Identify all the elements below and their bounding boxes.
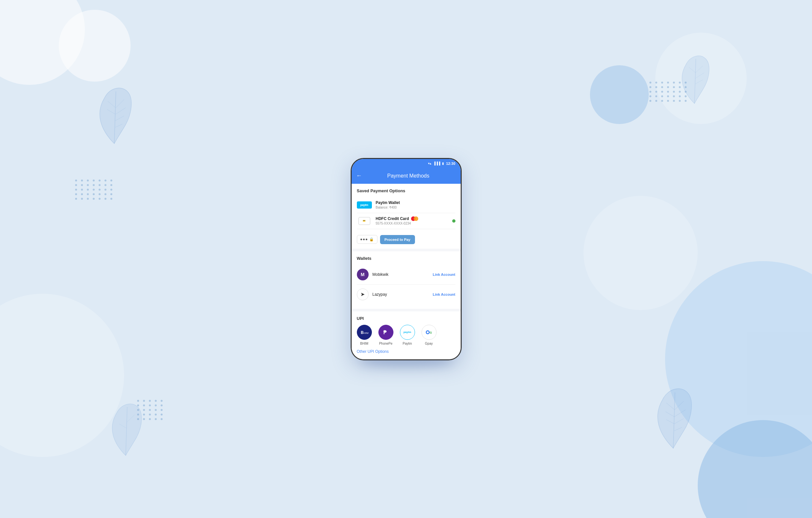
upi-section: UPI B HIM BHIM (352, 311, 461, 358)
cvv-input-field[interactable]: 🔒 (357, 235, 377, 244)
page-title: Payment Methods (367, 173, 450, 179)
wallets-section-title: Wallets (357, 256, 456, 261)
phonepe-label: PhonePe (379, 342, 393, 345)
phone-content: Saved Payment Options paytm Paytm Wallet… (352, 184, 461, 359)
hdfc-card-detail: 5575-XXXX-XXXX-0234 (376, 222, 448, 225)
paytm-wallet-item[interactable]: paytm Paytm Wallet Balance: ₹400 (357, 197, 456, 213)
signal-icon: ▐▐▐ (433, 161, 440, 165)
lazypay-icon: ➤ (357, 288, 369, 300)
hdfc-card-logo: 💳 (357, 216, 372, 225)
mobikwik-icon: M (357, 269, 369, 280)
phone-frame: ▾▴ ▐▐▐ ▮ 12:30 ← Payment Methods Saved P… (351, 158, 462, 360)
mobikwik-item[interactable]: M Mobikwik Link Account (357, 265, 456, 285)
hdfc-card-info: HDFC Credit Card 5575-XXXX-XXXX-0234 (376, 216, 448, 225)
svg-text:G: G (430, 331, 432, 334)
paytm-wallet-name: Paytm Wallet (376, 201, 456, 205)
app-bar: ← Payment Methods (352, 168, 461, 184)
bhim-icon: B HIM (357, 325, 372, 340)
svg-point-27 (427, 331, 429, 333)
card-icon: 💳 (363, 220, 366, 222)
other-upi-link[interactable]: Other UPI Options (357, 349, 456, 354)
wifi-icon: ▾▴ (428, 161, 431, 165)
battery-icon: ▮ (442, 161, 444, 165)
phonepe-icon: ₱ (378, 325, 394, 340)
hdfc-card-name: HDFC Credit Card (376, 216, 448, 221)
phone-mockup: ▾▴ ▐▐▐ ▮ 12:30 ← Payment Methods Saved P… (351, 158, 462, 360)
bhim-upi-item[interactable]: B HIM BHIM (357, 325, 372, 345)
gpay-label: Gpay (425, 342, 433, 345)
paytm-logo: paytm (357, 201, 372, 210)
wallets-section: Wallets M Mobikwik Link Account ➤ Lazypa… (352, 251, 461, 309)
phonepe-upi-item[interactable]: ₱ PhonePe (378, 325, 394, 345)
back-button[interactable]: ← (356, 172, 362, 179)
saved-payment-section: Saved Payment Options paytm Paytm Wallet… (352, 184, 461, 249)
lock-icon: 🔒 (369, 237, 374, 242)
mastercard-icon (411, 216, 418, 221)
lazypay-link-button[interactable]: Link Account (433, 293, 455, 296)
svg-text:HIM: HIM (364, 332, 369, 335)
bhim-label: BHIM (360, 342, 368, 345)
paytm-text: paytm (360, 203, 368, 207)
mobikwik-name: Mobikwik (373, 272, 429, 277)
status-time: 12:30 (446, 161, 455, 165)
saved-section-title: Saved Payment Options (357, 188, 456, 193)
lazypay-name: Lazypay (373, 292, 429, 297)
cvv-row: 🔒 Proceed to Pay (357, 233, 456, 244)
cvv-dots (360, 239, 367, 240)
gpay-icon: G (422, 325, 437, 340)
svg-text:B: B (361, 330, 364, 335)
hdfc-card-item[interactable]: 💳 HDFC Credit Card 5575-XXXX-XXXX-0234 (357, 213, 456, 229)
mobikwik-link-button[interactable]: Link Account (433, 273, 455, 276)
lazypay-item[interactable]: ➤ Lazypay Link Account (357, 285, 456, 304)
paytm-info: Paytm Wallet Balance: ₹400 (376, 201, 456, 209)
proceed-to-pay-button[interactable]: Proceed to Pay (380, 235, 415, 244)
upi-section-title: UPI (357, 316, 456, 321)
paytm-upi-label: Paytm (403, 342, 412, 345)
paytm-upi-item[interactable]: paytm Paytm (400, 325, 415, 345)
paytm-upi-icon: paytm (400, 325, 415, 340)
paytm-wallet-detail: Balance: ₹400 (376, 206, 456, 209)
upi-grid: B HIM BHIM ₱ PhonePe (357, 325, 456, 345)
svg-text:₱: ₱ (383, 330, 386, 335)
status-bar: ▾▴ ▐▐▐ ▮ 12:30 (352, 159, 461, 168)
gpay-upi-item[interactable]: G Gpay (422, 325, 437, 345)
active-indicator (452, 219, 456, 223)
